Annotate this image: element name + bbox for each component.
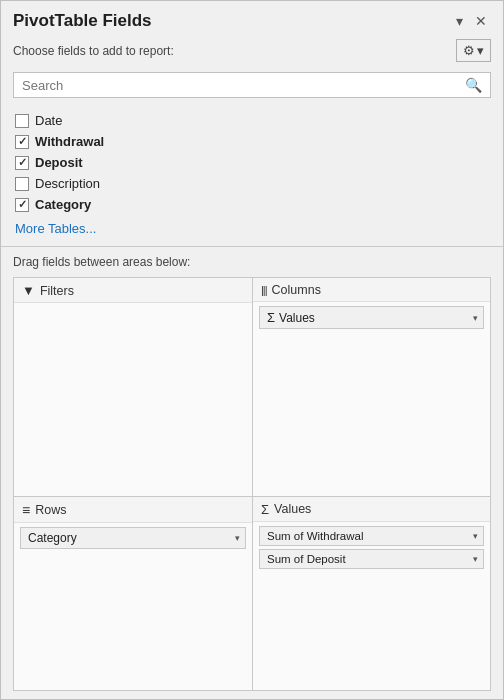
subtitle-row: Choose fields to add to report: ⚙ ▾	[1, 37, 503, 68]
fields-list: Date Withdrawal Deposit Description Cate…	[1, 106, 503, 246]
filters-header: ▼ Filters	[14, 278, 252, 303]
gear-icon: ⚙	[463, 43, 475, 58]
filters-body[interactable]	[14, 303, 252, 496]
more-tables-link[interactable]: More Tables...	[13, 215, 491, 238]
rows-body[interactable]: Category ▾	[14, 523, 252, 691]
rows-dropdown-arrow[interactable]: ▾	[235, 533, 240, 543]
rows-icon: ≡	[22, 502, 30, 518]
pivot-table-fields-panel: PivotTable Fields ▾ ✕ Choose fields to a…	[0, 0, 504, 700]
field-label-description: Description	[35, 176, 100, 191]
sigma-icon: Σ	[267, 310, 275, 325]
checkbox-description[interactable]	[15, 177, 29, 191]
settings-dropdown-arrow: ▾	[477, 43, 484, 58]
area-filters: ▼ Filters	[13, 277, 252, 496]
columns-dropdown-arrow[interactable]: ▾	[473, 313, 478, 323]
field-label-withdrawal: Withdrawal	[35, 134, 104, 149]
values-sigma-icon: Σ	[261, 502, 269, 517]
field-label-category: Category	[35, 197, 91, 212]
checkbox-date[interactable]	[15, 114, 29, 128]
area-values: Σ Values Sum of Withdrawal ▾ Sum of Depo…	[252, 496, 491, 692]
filters-label: Filters	[40, 284, 74, 298]
panel-subtitle: Choose fields to add to report:	[13, 44, 174, 58]
panel-header: PivotTable Fields ▾ ✕	[1, 1, 503, 37]
field-item-withdrawal: Withdrawal	[13, 131, 491, 152]
columns-label: Columns	[272, 283, 321, 297]
dropdown-arrow-button[interactable]: ▾	[452, 11, 467, 31]
drag-label: Drag fields between areas below:	[13, 255, 491, 269]
settings-button[interactable]: ⚙ ▾	[456, 39, 491, 62]
deposit-dropdown-arrow[interactable]: ▾	[473, 554, 478, 564]
rows-header: ≡ Rows	[14, 497, 252, 523]
field-item-date: Date	[13, 110, 491, 131]
checkbox-withdrawal[interactable]	[15, 135, 29, 149]
columns-values-label: Values	[279, 311, 473, 325]
areas-section: Drag fields between areas below: ▼ Filte…	[1, 247, 503, 699]
columns-header: ||| Columns	[253, 278, 490, 302]
rows-label: Rows	[35, 503, 66, 517]
checkbox-deposit[interactable]	[15, 156, 29, 170]
values-body[interactable]: Sum of Withdrawal ▾ Sum of Deposit ▾	[253, 522, 490, 691]
field-label-date: Date	[35, 113, 62, 128]
field-label-deposit: Deposit	[35, 155, 83, 170]
columns-values-tag[interactable]: Σ Values ▾	[259, 306, 484, 329]
rows-category-label: Category	[28, 531, 235, 545]
withdrawal-dropdown-arrow[interactable]: ▾	[473, 531, 478, 541]
values-deposit-tag[interactable]: Sum of Deposit ▾	[259, 549, 484, 569]
values-label: Values	[274, 502, 311, 516]
checkbox-category[interactable]	[15, 198, 29, 212]
field-item-description: Description	[13, 173, 491, 194]
columns-icon: |||	[261, 284, 267, 296]
area-columns: ||| Columns Σ Values ▾	[252, 277, 491, 496]
filter-icon: ▼	[22, 283, 35, 298]
area-rows: ≡ Rows Category ▾	[13, 496, 252, 692]
values-header: Σ Values	[253, 497, 490, 522]
columns-body[interactable]: Σ Values ▾	[253, 302, 490, 496]
sum-deposit-label: Sum of Deposit	[267, 553, 473, 565]
rows-category-tag[interactable]: Category ▾	[20, 527, 246, 549]
values-withdrawal-tag[interactable]: Sum of Withdrawal ▾	[259, 526, 484, 546]
sum-withdrawal-label: Sum of Withdrawal	[267, 530, 473, 542]
field-item-category: Category	[13, 194, 491, 215]
close-button[interactable]: ✕	[471, 11, 491, 31]
search-input[interactable]	[22, 78, 465, 93]
panel-title: PivotTable Fields	[13, 11, 152, 31]
search-row: 🔍	[1, 68, 503, 106]
search-box: 🔍	[13, 72, 491, 98]
field-item-deposit: Deposit	[13, 152, 491, 173]
search-icon: 🔍	[465, 77, 482, 93]
header-controls: ▾ ✕	[452, 11, 491, 31]
